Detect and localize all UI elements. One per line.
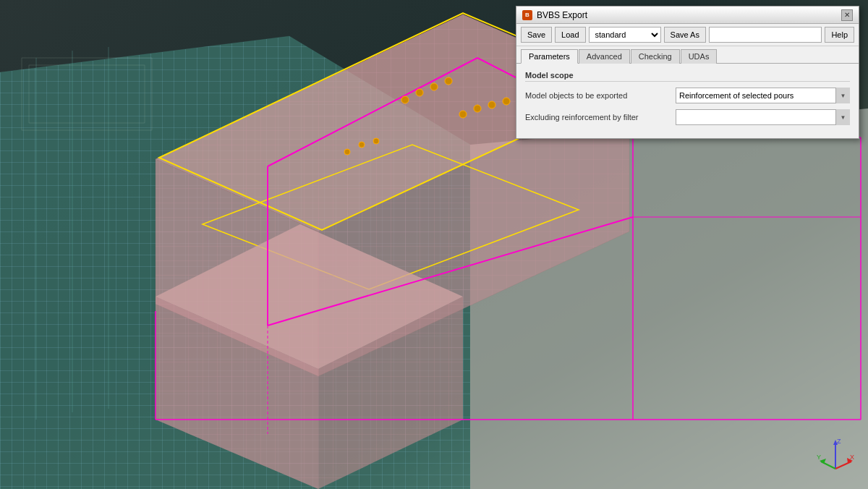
svg-text:Z: Z: [837, 438, 841, 445]
help-button[interactable]: Help: [825, 27, 854, 43]
svg-point-45: [474, 105, 481, 112]
model-objects-label: Model objects to be exported: [525, 91, 670, 100]
dialog-icon: B: [522, 10, 532, 20]
svg-point-43: [445, 77, 452, 85]
dialog-content: Model scope Model objects to be exported…: [516, 64, 859, 138]
model-objects-select-wrapper: Reinforcement of selected pours All rein…: [676, 88, 850, 103]
save-button[interactable]: Save: [521, 27, 552, 43]
tab-advanced[interactable]: Advanced: [579, 49, 630, 64]
svg-point-40: [401, 96, 409, 103]
svg-point-50: [359, 142, 365, 148]
load-button[interactable]: Load: [555, 27, 585, 43]
close-button[interactable]: ✕: [841, 9, 853, 21]
tab-udas[interactable]: UDAs: [681, 49, 718, 64]
excluding-select-wrapper: ▼: [676, 109, 850, 125]
toolbar: Save Load standard custom Save As Help: [516, 24, 859, 46]
svg-point-47: [503, 98, 510, 105]
svg-text:Y: Y: [817, 454, 821, 461]
excluding-label: Excluding reinforcement by filter: [525, 113, 670, 122]
dialog-titlebar[interactable]: B BVBS Export ✕: [516, 7, 859, 24]
svg-point-42: [430, 83, 438, 90]
saveas-button[interactable]: Save As: [664, 27, 706, 43]
tabs: Parameters Advanced Checking UDAs: [516, 46, 859, 64]
saveas-input[interactable]: [709, 27, 822, 43]
svg-line-60: [835, 462, 851, 469]
dialog-title-left: B BVBS Export: [522, 10, 587, 20]
svg-point-51: [373, 138, 379, 144]
svg-point-44: [459, 111, 467, 118]
form-row-excluding: Excluding reinforcement by filter ▼: [525, 109, 850, 125]
svg-point-46: [488, 101, 495, 109]
form-row-model-objects: Model objects to be exported Reinforceme…: [525, 88, 850, 103]
axis-indicator: Z X Y: [815, 436, 855, 476]
section-header: Model scope: [525, 71, 850, 82]
dialog-window: B BVBS Export ✕ Save Load standard custo…: [516, 6, 859, 139]
dialog-title-text: BVBS Export: [537, 10, 587, 20]
svg-text:X: X: [850, 454, 854, 461]
preset-select[interactable]: standard custom: [589, 27, 661, 43]
model-objects-select[interactable]: Reinforcement of selected pours All rein…: [676, 88, 850, 103]
excluding-select[interactable]: [676, 109, 850, 125]
svg-point-49: [344, 149, 350, 155]
svg-point-41: [416, 89, 423, 96]
tab-parameters[interactable]: Parameters: [521, 49, 578, 64]
tab-checking[interactable]: Checking: [631, 49, 680, 64]
